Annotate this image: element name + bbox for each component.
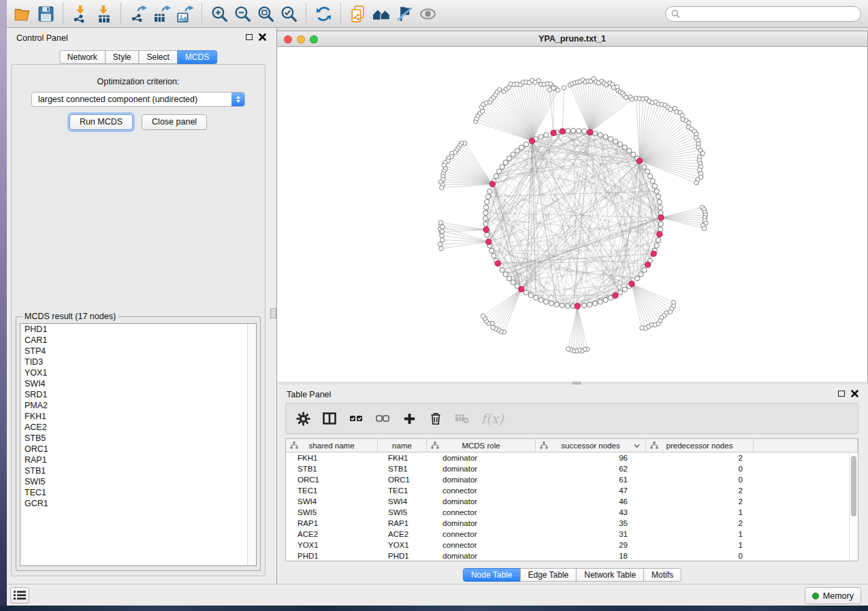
- network-node[interactable]: [645, 169, 649, 174]
- tab-network[interactable]: Network: [59, 50, 106, 64]
- network-node[interactable]: [608, 137, 613, 142]
- network-graph[interactable]: [277, 47, 867, 382]
- mcds-result-item[interactable]: STB5: [20, 433, 256, 444]
- mcds-result-item[interactable]: TEC1: [20, 487, 256, 498]
- network-leaf-node[interactable]: [680, 113, 684, 117]
- network-node[interactable]: [519, 145, 524, 150]
- network-leaf-node[interactable]: [491, 325, 495, 329]
- network-node[interactable]: [507, 156, 511, 161]
- vertical-splitter-grip[interactable]: [270, 308, 276, 318]
- network-node[interactable]: [544, 133, 549, 137]
- close-panel-button[interactable]: Close panel: [142, 114, 207, 130]
- save-session-icon[interactable]: [34, 2, 57, 25]
- mcds-node[interactable]: [575, 303, 580, 309]
- network-leaf-node[interactable]: [439, 246, 443, 250]
- close-table-panel-icon[interactable]: [851, 390, 858, 397]
- zoom-fit-icon[interactable]: [254, 2, 277, 25]
- mcds-node[interactable]: [629, 281, 634, 286]
- mcds-node[interactable]: [519, 286, 524, 292]
- network-node[interactable]: [485, 199, 489, 204]
- network-node[interactable]: [483, 210, 488, 215]
- network-node[interactable]: [544, 299, 549, 304]
- network-node[interactable]: [511, 152, 515, 156]
- table-row[interactable]: PHD1PHD1dominator180: [286, 550, 858, 561]
- network-node[interactable]: [483, 205, 488, 210]
- network-node[interactable]: [483, 216, 487, 220]
- mcds-result-list[interactable]: PHD1CAR1STP4TID3YOX1SWI4SRD1PMA2FKH1ACE2…: [20, 323, 257, 566]
- import-network-icon[interactable]: [69, 2, 92, 25]
- network-node[interactable]: [577, 129, 581, 133]
- run-mcds-button[interactable]: Run MCDS: [69, 114, 133, 130]
- network-leaf-node[interactable]: [624, 95, 628, 99]
- mcds-result-item[interactable]: PMA2: [20, 400, 256, 411]
- network-node[interactable]: [656, 194, 660, 199]
- network-node[interactable]: [524, 290, 528, 295]
- show-all-networks-icon[interactable]: [370, 2, 393, 25]
- network-node[interactable]: [603, 297, 608, 302]
- column-header-name[interactable]: name: [378, 439, 427, 452]
- task-history-button[interactable]: [10, 587, 29, 604]
- network-node[interactable]: [486, 194, 491, 199]
- table-row[interactable]: ACE2ACE2connector311: [286, 529, 858, 540]
- mcds-node[interactable]: [529, 138, 534, 144]
- network-leaf-node[interactable]: [562, 86, 566, 90]
- network-node[interactable]: [570, 128, 575, 133]
- network-node[interactable]: [657, 199, 662, 204]
- table-row[interactable]: SWI4SWI4dominator462: [286, 496, 858, 507]
- mcds-result-item[interactable]: TID3: [20, 357, 256, 367]
- network-node[interactable]: [639, 272, 643, 277]
- table-scrollbar[interactable]: [849, 452, 858, 561]
- network-node[interactable]: [494, 174, 498, 178]
- mcds-node[interactable]: [560, 129, 565, 134]
- column-header-MCDS-role[interactable]: MCDS role: [427, 439, 536, 452]
- mcds-node[interactable]: [658, 215, 664, 220]
- float-panel-icon[interactable]: [246, 34, 253, 40]
- network-node[interactable]: [500, 165, 504, 169]
- refresh-layout-icon[interactable]: [312, 2, 335, 25]
- network-node[interactable]: [549, 301, 553, 306]
- network-leaf-node[interactable]: [702, 227, 706, 231]
- mcds-node[interactable]: [495, 261, 500, 266]
- network-leaf-node[interactable]: [687, 120, 691, 125]
- show-columns-icon[interactable]: [322, 411, 337, 426]
- network-node[interactable]: [483, 222, 488, 227]
- network-node[interactable]: [618, 142, 623, 147]
- tab-network-table[interactable]: Network Table: [576, 568, 644, 582]
- network-leaf-node[interactable]: [551, 86, 556, 90]
- network-node[interactable]: [598, 299, 602, 304]
- network-node[interactable]: [539, 297, 543, 302]
- network-node[interactable]: [539, 135, 543, 139]
- search-input[interactable]: [684, 10, 855, 19]
- mcds-result-item[interactable]: YOX1: [20, 367, 256, 378]
- network-leaf-node[interactable]: [640, 326, 644, 330]
- table-row[interactable]: RAP1RAP1dominator352: [286, 518, 858, 529]
- tab-motifs[interactable]: Motifs: [643, 568, 681, 582]
- network-leaf-node[interactable]: [440, 237, 445, 242]
- network-node[interactable]: [582, 129, 587, 133]
- network-node[interactable]: [489, 248, 494, 253]
- network-leaf-node[interactable]: [481, 109, 485, 113]
- mcds-result-item[interactable]: ACE2: [20, 422, 256, 433]
- mcds-result-item[interactable]: CAR1: [20, 335, 256, 346]
- node-table[interactable]: shared namenameMCDS rolesuccessor nodesp…: [285, 438, 858, 561]
- network-node[interactable]: [650, 179, 655, 184]
- network-node[interactable]: [588, 302, 592, 307]
- network-node[interactable]: [534, 295, 539, 300]
- network-node[interactable]: [497, 169, 502, 174]
- network-view[interactable]: [277, 47, 867, 382]
- network-node[interactable]: [631, 152, 636, 156]
- network-leaf-node[interactable]: [566, 347, 570, 351]
- show-graphics-details-icon[interactable]: [416, 2, 439, 25]
- mcds-node[interactable]: [651, 251, 656, 257]
- select-all-columns-icon[interactable]: [349, 411, 364, 426]
- zoom-selected-icon[interactable]: [277, 2, 300, 25]
- column-header-shared-name[interactable]: shared name: [286, 439, 378, 452]
- search-box[interactable]: [665, 6, 861, 22]
- mcds-list-scrollbar[interactable]: [247, 324, 256, 565]
- network-node[interactable]: [622, 287, 627, 292]
- network-node[interactable]: [622, 145, 627, 150]
- mcds-result-item[interactable]: SWI4: [20, 378, 256, 389]
- unselect-all-columns-icon[interactable]: [375, 411, 390, 426]
- tab-mcds[interactable]: MCDS: [177, 50, 217, 64]
- mcds-node[interactable]: [483, 227, 489, 233]
